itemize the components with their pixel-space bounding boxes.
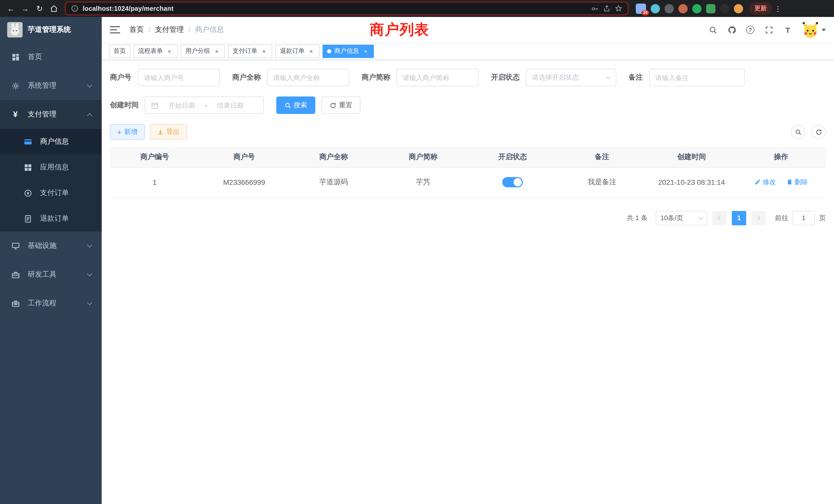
bookmark-star-icon[interactable] <box>615 5 622 12</box>
sidebar-item-infrastructure[interactable]: 基础设施 <box>0 231 102 260</box>
sidebar-item-refund-order[interactable]: 退款订单 <box>0 206 102 231</box>
github-icon[interactable] <box>727 25 737 35</box>
tab-label: 退款订单 <box>280 47 305 55</box>
chevron-up-icon <box>87 113 92 118</box>
tab-merchant-info[interactable]: 商户信息 × <box>323 44 374 58</box>
extension-icon-2[interactable] <box>664 4 674 13</box>
breadcrumb-section[interactable]: 支付管理 <box>155 25 184 35</box>
short-name-input[interactable] <box>403 74 473 81</box>
help-icon[interactable]: ? <box>746 26 754 34</box>
sidebar-item-system[interactable]: 系统管理 <box>0 71 102 100</box>
sidebar-item-pay-order[interactable]: 支付订单 <box>0 180 102 206</box>
delete-link-label: 删除 <box>794 178 808 187</box>
chevron-down-icon <box>698 214 703 220</box>
edit-icon <box>754 179 761 186</box>
extension-icon-1[interactable] <box>651 4 660 13</box>
remark-input[interactable] <box>655 74 739 81</box>
cell-merchant-no: M233666999 <box>199 167 289 197</box>
col-short-name: 商户简称 <box>378 147 468 167</box>
sidebar-item-home[interactable]: 首页 <box>0 43 102 71</box>
edit-link[interactable]: 修改 <box>754 178 776 187</box>
sidebar-item-payment[interactable]: ¥ 支付管理 <box>0 100 102 129</box>
export-button[interactable]: 导出 <box>150 124 187 140</box>
prev-page-button[interactable] <box>712 211 727 225</box>
reset-button[interactable]: 重置 <box>322 96 360 114</box>
download-icon <box>157 129 164 135</box>
sidebar-item-label: 工作流程 <box>28 299 57 308</box>
tab-pay-order[interactable]: 支付订单 × <box>228 44 272 58</box>
full-name-input[interactable] <box>273 74 343 81</box>
browser-menu-button[interactable]: ⋮ <box>773 4 783 13</box>
breadcrumb-separator: / <box>148 26 151 34</box>
font-size-icon[interactable]: T <box>783 25 792 35</box>
tab-label: 支付订单 <box>233 47 257 55</box>
sidebar-item-label: 支付管理 <box>28 110 57 119</box>
page-number-button[interactable]: 1 <box>732 211 746 225</box>
key-icon[interactable] <box>591 5 599 12</box>
toggle-search-button[interactable] <box>791 125 805 139</box>
goto-page: 前往 页 <box>775 211 826 225</box>
cell-merchant-id: 1 <box>110 167 199 197</box>
breadcrumb-home[interactable]: 首页 <box>129 25 144 35</box>
next-page-button[interactable] <box>751 211 766 225</box>
page-size-select[interactable]: 10条/页 <box>656 211 707 225</box>
close-icon[interactable]: × <box>308 47 315 55</box>
status-toggle[interactable] <box>502 177 523 187</box>
search-icon <box>795 129 802 135</box>
cell-status <box>468 167 557 197</box>
profile-avatar-icon[interactable] <box>734 4 743 13</box>
extension-icon-3[interactable] <box>678 4 688 13</box>
url-text[interactable]: localhost:1024/pay/merchant <box>83 5 587 12</box>
search-button[interactable]: 搜索 <box>276 96 315 114</box>
status-select[interactable]: 请选择开启状态 <box>526 69 616 86</box>
tab-refund-order[interactable]: 退款订单 × <box>275 44 320 58</box>
user-menu[interactable] <box>802 22 826 38</box>
sidebar-item-merchant-info[interactable]: 商户信息 <box>0 129 102 155</box>
close-icon[interactable]: × <box>362 47 369 55</box>
create-time-range[interactable]: - <box>145 96 264 114</box>
merchant-no-label: 商户号 <box>110 73 131 82</box>
browser-back-button[interactable]: ← <box>4 2 18 15</box>
sidebar-logo[interactable]: 芋道管理系统 <box>0 17 102 43</box>
add-button[interactable]: + 新增 <box>110 124 145 140</box>
refresh-icon <box>815 129 822 135</box>
merchant-no-input[interactable] <box>144 74 214 81</box>
record-icon <box>23 188 33 198</box>
browser-toolbar: ← → ↻ localhost:1024/pay/merchant 10 更新 … <box>0 0 834 17</box>
search-icon[interactable] <box>708 25 718 35</box>
browser-reload-button[interactable]: ↻ <box>33 2 46 15</box>
extensions-area: 10 <box>636 3 743 14</box>
app-title: 芋道管理系统 <box>28 25 71 35</box>
extensions-puzzle-icon[interactable]: 10 <box>636 3 646 14</box>
extension-icon-5[interactable] <box>706 4 716 13</box>
hamburger-icon[interactable] <box>110 26 120 33</box>
tab-home[interactable]: 首页 <box>109 44 130 58</box>
goto-page-input[interactable] <box>792 211 815 225</box>
remark-label: 备注 <box>629 73 643 82</box>
sidebar-item-workflow[interactable]: 工作流程 <box>0 289 102 318</box>
browser-update-button[interactable]: 更新 <box>749 2 772 15</box>
main-panel: 商户列表 首页 / 支付管理 / 商户信息 <box>102 17 834 504</box>
filter-row-2: 创建时间 - 搜索 重置 <box>110 96 826 114</box>
info-icon <box>71 5 79 12</box>
address-bar[interactable]: localhost:1024/pay/merchant <box>65 2 629 16</box>
tab-user-group[interactable]: 用户分组 × <box>181 44 225 58</box>
browser-home-button[interactable] <box>47 2 61 15</box>
sidebar-item-app-info[interactable]: 应用信息 <box>0 155 102 180</box>
extension-icon-4[interactable] <box>692 4 702 13</box>
end-date-input[interactable] <box>210 101 250 109</box>
close-icon[interactable]: × <box>166 47 173 55</box>
start-date-input[interactable] <box>162 101 202 109</box>
fullscreen-icon[interactable] <box>764 25 773 35</box>
extension-icon-6[interactable] <box>720 4 729 13</box>
share-icon[interactable] <box>603 5 611 12</box>
sidebar-item-devtools[interactable]: 研发工具 <box>0 260 102 289</box>
close-icon[interactable]: × <box>213 47 220 55</box>
col-full-name: 商户全称 <box>289 147 378 167</box>
pagination: 共 1 条 10条/页 1 前往 页 <box>110 211 826 235</box>
browser-forward-button[interactable]: → <box>19 2 32 15</box>
refresh-table-button[interactable] <box>811 125 826 139</box>
close-icon[interactable]: × <box>260 47 267 55</box>
tab-process-form[interactable]: 流程表单 × <box>133 44 178 58</box>
delete-link[interactable]: 删除 <box>786 178 808 187</box>
